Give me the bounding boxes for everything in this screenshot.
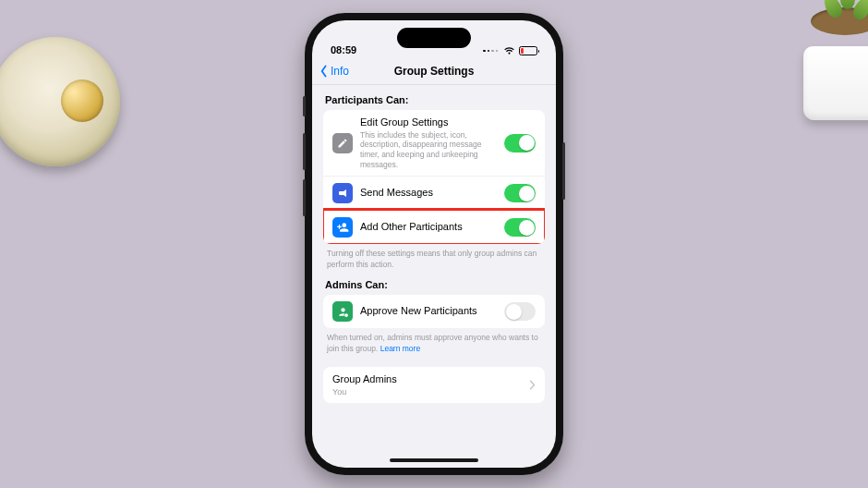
- send-messages-row[interactable]: Send Messages: [323, 176, 545, 210]
- approve-new-participants-toggle[interactable]: [504, 302, 536, 321]
- participants-card: Edit Group Settings This includes the su…: [323, 110, 545, 244]
- content-area: Participants Can: Edit Group Settings Th…: [312, 94, 556, 403]
- admins-card: Approve New Participants: [323, 295, 545, 328]
- approve-new-participants-row[interactable]: Approve New Participants: [323, 295, 545, 328]
- edit-group-settings-desc: This includes the subject, icon, descrip…: [360, 130, 494, 170]
- admins-section-header: Admins Can:: [325, 279, 543, 290]
- group-admins-row[interactable]: Group Admins You: [323, 367, 545, 403]
- group-admins-sub: You: [332, 387, 522, 396]
- back-label: Info: [331, 65, 349, 78]
- edit-group-settings-title: Edit Group Settings: [360, 116, 497, 129]
- participants-footer: Turning off these settings means that on…: [327, 249, 541, 270]
- dynamic-island: [397, 28, 471, 48]
- approve-new-participants-title: Approve New Participants: [360, 305, 497, 318]
- add-other-participants-title: Add Other Participants: [360, 221, 497, 234]
- group-admins-card: Group Admins You: [323, 367, 545, 403]
- dual-sim-signal-icon: [483, 50, 498, 53]
- send-messages-toggle[interactable]: [504, 184, 536, 202]
- add-other-participants-row[interactable]: Add Other Participants: [323, 210, 545, 244]
- admins-footer: When turned on, admins must approve anyo…: [327, 333, 541, 354]
- group-admins-title: Group Admins: [332, 373, 522, 386]
- send-messages-title: Send Messages: [360, 187, 497, 200]
- home-indicator[interactable]: [390, 458, 478, 462]
- add-person-icon: [332, 217, 353, 238]
- edit-group-settings-row[interactable]: Edit Group Settings This includes the su…: [323, 110, 545, 176]
- page-title: Group Settings: [394, 65, 475, 78]
- back-button[interactable]: Info: [319, 57, 349, 84]
- decorative-clock: [0, 37, 120, 166]
- decorative-plant: [785, 0, 868, 139]
- add-other-participants-toggle[interactable]: [504, 218, 536, 237]
- navigation-bar: Info Group Settings: [312, 57, 556, 85]
- phone-device: 08:59 Info: [305, 13, 563, 475]
- participants-section-header: Participants Can:: [325, 94, 543, 105]
- battery-icon: [519, 46, 537, 55]
- pencil-icon: [332, 133, 353, 153]
- edit-group-settings-toggle[interactable]: [504, 134, 536, 152]
- wifi-icon: [503, 46, 515, 55]
- clock-time: 08:59: [331, 44, 356, 55]
- chevron-left-icon: [319, 65, 329, 78]
- megaphone-icon: [332, 183, 353, 203]
- approve-person-icon: [332, 301, 353, 322]
- learn-more-link[interactable]: Learn more: [380, 344, 420, 353]
- chevron-right-icon: [529, 380, 536, 390]
